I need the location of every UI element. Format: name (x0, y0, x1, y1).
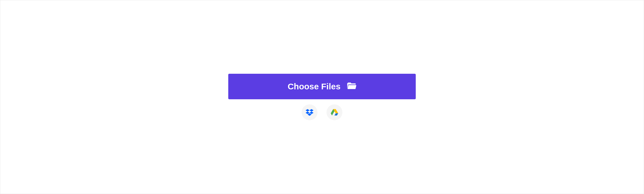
svg-marker-1 (310, 109, 314, 111)
choose-files-label: Choose Files (288, 82, 341, 91)
folder-open-icon (347, 82, 356, 91)
cloud-source-buttons (302, 104, 342, 120)
svg-marker-6 (334, 113, 338, 115)
svg-marker-0 (306, 109, 310, 111)
choose-files-button[interactable]: Choose Files (228, 74, 416, 99)
dropbox-button[interactable] (302, 104, 317, 120)
google-drive-button[interactable] (327, 104, 342, 120)
upload-container: Choose Files (228, 74, 416, 120)
dropbox-icon (306, 108, 314, 117)
google-drive-icon (330, 108, 338, 117)
